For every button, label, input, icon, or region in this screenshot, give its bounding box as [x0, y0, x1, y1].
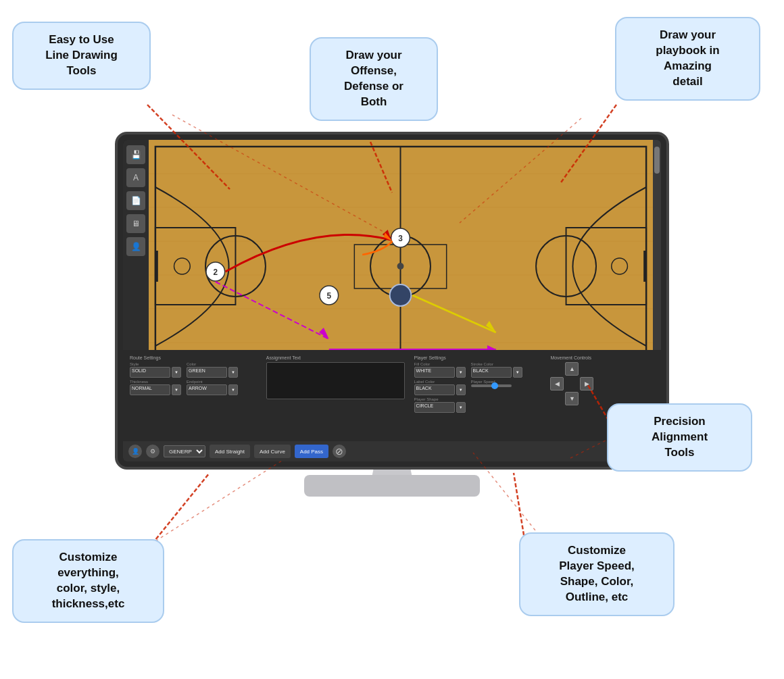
arrow-left-button[interactable]: ◀ — [550, 377, 564, 391]
svg-text:5: 5 — [326, 291, 331, 301]
sidebar-icon-player[interactable]: 👤 — [126, 237, 145, 256]
arrow-down-button[interactable]: ▼ — [565, 392, 579, 405]
player-speed-label: Player Speed — [471, 380, 512, 384]
assignment-textarea[interactable] — [266, 362, 405, 399]
thickness-arrow[interactable]: ▼ — [172, 384, 181, 395]
stroke-color-label: Stroke Color — [471, 362, 522, 366]
callout-bot-right-text: Customize Player Speed, Shape, Color, Ou… — [559, 544, 635, 603]
label-color-arrow[interactable]: ▼ — [456, 384, 466, 395]
svg-point-38 — [390, 284, 412, 306]
user-icon[interactable]: 👤 — [128, 445, 142, 458]
scrollbar-thumb[interactable] — [654, 147, 660, 174]
arrow-empty-tl — [550, 362, 564, 376]
stroke-color-select[interactable]: BLACK — [471, 367, 512, 378]
label-color-select[interactable]: BLACK — [414, 384, 455, 395]
callout-top-center: Draw your Offense, Defense or Both — [310, 37, 438, 121]
svg-text:3: 3 — [398, 234, 403, 243]
stroke-color-arrow[interactable]: ▼ — [513, 367, 522, 378]
callout-bot-right: Customize Player Speed, Shape, Color, Ou… — [519, 532, 675, 616]
add-straight-button[interactable]: Add Straight — [210, 445, 250, 458]
sidebar-icon-doc[interactable]: 📄 — [126, 191, 145, 210]
thickness-select[interactable]: NORMAL — [130, 384, 170, 395]
arrow-up-button[interactable]: ▲ — [565, 362, 579, 376]
thickness-label: Thickness — [130, 380, 181, 384]
svg-rect-25 — [155, 251, 158, 282]
bottom-action-bar: 👤 ⚙ GENERP Add Straight Add Curve Add Pa… — [123, 441, 661, 461]
callout-mid-right-text: Precision Alignment Tools — [652, 415, 708, 459]
player-shape-arrow[interactable]: ▼ — [456, 402, 466, 413]
style-arrow[interactable]: ▼ — [172, 367, 181, 378]
player-color-arrow[interactable]: ▼ — [456, 367, 466, 378]
monitor-screen: 💾 A 📄 🖥 👤 — [123, 140, 661, 461]
sidebar-icon-text[interactable]: A — [126, 168, 145, 187]
player-settings-label: Player Settings — [414, 355, 541, 360]
add-curve-button[interactable]: Add Curve — [254, 445, 291, 458]
player-shape-select[interactable]: CIRCLE — [414, 402, 455, 413]
arrow-empty-tr — [580, 362, 593, 376]
movement-controls-label: Movement Controls — [550, 355, 654, 360]
callout-top-left: Easy to Use Line Drawing Tools — [12, 22, 151, 90]
style-label: Style — [130, 362, 181, 366]
arrow-center — [565, 377, 579, 391]
color-label: Color — [187, 362, 238, 366]
svg-text:2: 2 — [214, 268, 218, 277]
settings-icon[interactable]: ⚙ — [146, 445, 160, 458]
route-settings-label: Route Settings — [130, 355, 257, 360]
fill-color-label: Fill Color — [414, 362, 466, 366]
callout-bot-left-text: Customize everything, color, style, thic… — [52, 551, 125, 610]
endpoint-label: Endpoint — [187, 380, 238, 384]
cancel-icon[interactable]: ⊘ — [333, 445, 346, 458]
callout-top-center-text: Draw your Offense, Defense or Both — [344, 49, 403, 108]
monitor: 💾 A 📄 🖥 👤 — [115, 132, 669, 517]
arrow-empty-bl — [550, 392, 564, 405]
monitor-stand-base — [304, 475, 480, 497]
endpoint-arrow[interactable]: ▼ — [228, 384, 238, 395]
callout-mid-right: Precision Alignment Tools — [607, 403, 752, 472]
sidebar-icon-save[interactable]: 💾 — [126, 145, 145, 164]
svg-rect-29 — [643, 251, 646, 282]
player-shape-label: Player Shape — [414, 397, 466, 401]
player-color-select[interactable]: WHITE — [414, 367, 455, 378]
speed-slider[interactable] — [471, 384, 512, 387]
sidebar-icon-display[interactable]: 🖥 — [126, 214, 145, 233]
controls-panel: Route Settings Style SOLID ▼ Color — [123, 350, 661, 461]
color-select[interactable]: GREEN — [187, 367, 227, 378]
callout-top-right: Draw your playbook in Amazing detail — [615, 17, 760, 101]
assignment-text-label: Assignment Text — [266, 355, 405, 360]
monitor-body: 💾 A 📄 🖥 👤 — [115, 132, 669, 470]
callout-top-right-text: Draw your playbook in Amazing detail — [656, 28, 719, 88]
speed-slider-thumb[interactable] — [491, 382, 498, 389]
playbook-select[interactable]: GENERP — [164, 445, 205, 457]
callout-bot-left: Customize everything, color, style, thic… — [12, 539, 164, 623]
style-select[interactable]: SOLID — [130, 367, 170, 378]
add-pass-button[interactable]: Add Pass — [295, 445, 328, 458]
movement-arrows-grid: ▲ ◀ ▶ ▼ — [550, 362, 654, 405]
callout-top-left-text: Easy to Use Line Drawing Tools — [45, 33, 118, 77]
arrow-right-button[interactable]: ▶ — [580, 377, 593, 391]
label-color-label: Label Color — [414, 380, 466, 384]
svg-point-22 — [397, 263, 404, 270]
endpoint-select[interactable]: ARROW — [187, 384, 227, 395]
arrow-empty-br — [580, 392, 593, 405]
color-arrow[interactable]: ▼ — [228, 367, 238, 378]
